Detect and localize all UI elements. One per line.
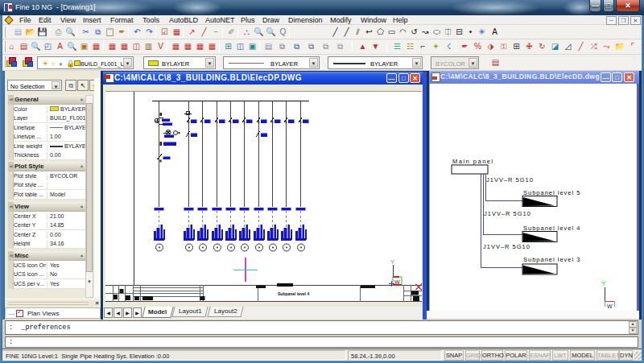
svg-text:Subpanel level 4: Subpanel level 4 bbox=[278, 291, 309, 296]
svg-text:Y: Y bbox=[390, 258, 395, 266]
svg-text:Y: Y bbox=[601, 279, 606, 287]
svg-text:Main panel: Main panel bbox=[452, 158, 494, 165]
svg-text:W: W bbox=[607, 303, 613, 309]
svg-text:Subpanel level 3: Subpanel level 3 bbox=[523, 256, 580, 263]
svg-text:W: W bbox=[394, 279, 400, 285]
svg-text:Subpanel level 5: Subpanel level 5 bbox=[523, 189, 580, 196]
svg-text:Subpanel level 4: Subpanel level 4 bbox=[523, 225, 580, 232]
svg-text:J1VV–R 5G10: J1VV–R 5G10 bbox=[486, 176, 534, 184]
svg-text:J1VV–R 5G10: J1VV–R 5G10 bbox=[484, 210, 531, 217]
svg-text:J1VV–R 5G10: J1VV–R 5G10 bbox=[483, 243, 530, 250]
